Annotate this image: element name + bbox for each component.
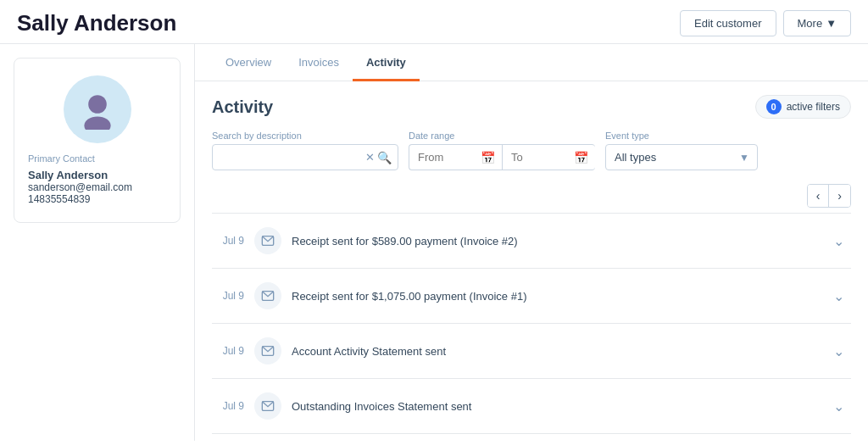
search-input-wrapper: ✕ 🔍 bbox=[212, 144, 398, 170]
page-prev-button[interactable]: ‹ bbox=[808, 185, 830, 207]
activity-item: Jul 9 Receipt sent for $1,075.00 payment… bbox=[212, 269, 851, 324]
page-next-button[interactable]: › bbox=[829, 185, 850, 207]
activity-date: Jul 9 bbox=[212, 345, 244, 357]
search-icon: 🔍 bbox=[377, 151, 392, 164]
contact-name: Sally Anderson bbox=[28, 169, 108, 181]
filter-count: 0 bbox=[766, 99, 782, 114]
edit-customer-button[interactable]: Edit customer bbox=[680, 10, 776, 36]
activity-description: Account Activity Statement sent bbox=[292, 345, 816, 358]
to-date-wrapper: 📅 bbox=[502, 144, 595, 170]
email-icon bbox=[254, 282, 281, 309]
tab-activity[interactable]: Activity bbox=[353, 44, 420, 81]
activity-item: Jul 9 Reminder #1 for Invoice #1 sent ⌄ bbox=[212, 434, 851, 441]
activity-date: Jul 9 bbox=[212, 235, 244, 247]
event-type-select[interactable]: All types bbox=[605, 144, 758, 170]
activity-item: Jul 9 Account Activity Statement sent ⌄ bbox=[212, 324, 851, 379]
contact-label: Primary Contact bbox=[28, 153, 95, 164]
event-type-wrapper: All types ▼ bbox=[605, 144, 758, 170]
activity-date: Jul 9 bbox=[212, 400, 244, 412]
activity-header: Activity 0 active filters bbox=[212, 95, 851, 119]
date-range-inputs: 📅 📅 bbox=[409, 144, 595, 170]
more-label: More bbox=[798, 17, 823, 30]
search-filter-group: Search by description ✕ 🔍 bbox=[212, 131, 398, 170]
svg-point-1 bbox=[84, 116, 110, 130]
from-date-wrapper: 📅 bbox=[409, 144, 502, 170]
activity-item: Jul 9 Receipt sent for $589.00 payment (… bbox=[212, 214, 851, 269]
activity-description: Receipt sent for $1,075.00 payment (Invo… bbox=[292, 290, 816, 303]
page-header: Sally Anderson Edit customer More ▼ bbox=[0, 0, 868, 44]
tab-overview[interactable]: Overview bbox=[212, 44, 285, 81]
pagination-controls: ‹ › bbox=[807, 184, 851, 208]
contact-email: sanderson@email.com bbox=[28, 181, 132, 193]
email-icon bbox=[254, 227, 281, 254]
email-icon bbox=[254, 392, 281, 420]
chevron-down-icon: ▼ bbox=[826, 17, 837, 30]
date-range-label: Date range bbox=[409, 131, 595, 141]
header-actions: Edit customer More ▼ bbox=[680, 10, 851, 36]
person-icon bbox=[77, 89, 118, 130]
activity-description: Outstanding Invoices Statement sent bbox=[292, 400, 816, 413]
activity-panel: Activity 0 active filters Search by desc… bbox=[195, 81, 868, 441]
active-filters-badge: 0 active filters bbox=[755, 95, 851, 119]
tab-invoices[interactable]: Invoices bbox=[285, 44, 353, 81]
contact-card: Primary Contact Sally Anderson sanderson… bbox=[14, 58, 181, 223]
calendar-icon-to: 📅 bbox=[574, 151, 588, 164]
more-button[interactable]: More ▼ bbox=[783, 10, 852, 36]
event-type-group: Event type All types ▼ bbox=[605, 131, 758, 170]
filters-label: active filters bbox=[787, 101, 840, 113]
activity-list: Jul 9 Receipt sent for $589.00 payment (… bbox=[212, 213, 851, 441]
content-area: Overview Invoices Activity Activity 0 ac… bbox=[195, 44, 868, 441]
expand-icon[interactable]: ⌄ bbox=[826, 288, 851, 304]
activity-date: Jul 9 bbox=[212, 290, 244, 302]
pagination-row: ‹ › bbox=[212, 184, 851, 208]
email-icon bbox=[254, 337, 281, 364]
clear-icon[interactable]: ✕ bbox=[365, 151, 375, 164]
calendar-icon-from: 📅 bbox=[481, 151, 495, 164]
activity-item: Jul 9 Outstanding Invoices Statement sen… bbox=[212, 379, 851, 434]
svg-point-0 bbox=[88, 95, 107, 114]
contact-phone: 14835554839 bbox=[28, 193, 90, 205]
expand-icon[interactable]: ⌄ bbox=[826, 233, 851, 249]
date-range-group: Date range 📅 📅 bbox=[409, 131, 595, 170]
page-title: Sally Anderson bbox=[17, 10, 176, 36]
main-layout: Primary Contact Sally Anderson sanderson… bbox=[0, 44, 868, 441]
activity-description: Receipt sent for $589.00 payment (Invoic… bbox=[292, 235, 816, 248]
event-type-label: Event type bbox=[605, 131, 758, 141]
activity-title: Activity bbox=[212, 97, 273, 117]
tabs-bar: Overview Invoices Activity bbox=[195, 44, 868, 81]
expand-icon[interactable]: ⌄ bbox=[826, 343, 851, 359]
search-label: Search by description bbox=[212, 131, 398, 141]
expand-icon[interactable]: ⌄ bbox=[826, 398, 851, 414]
sidebar: Primary Contact Sally Anderson sanderson… bbox=[0, 44, 195, 441]
avatar bbox=[64, 75, 131, 143]
filter-row: Search by description ✕ 🔍 Date range 📅 bbox=[212, 131, 851, 170]
